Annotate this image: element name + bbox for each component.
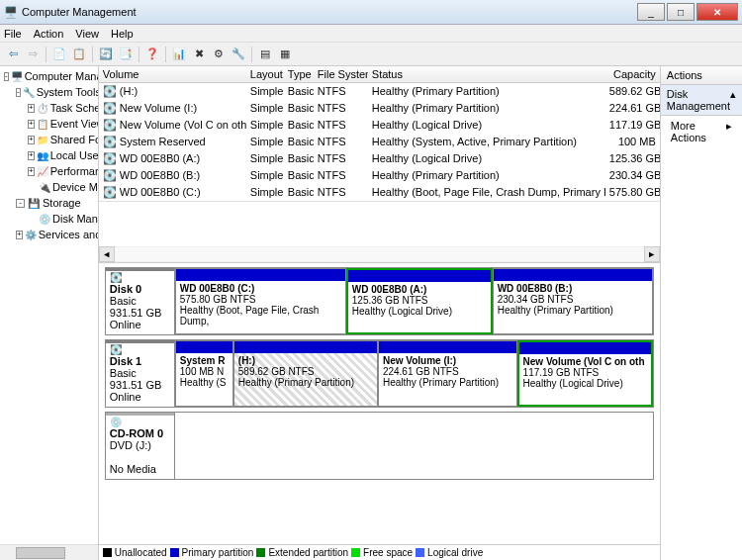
col-status[interactable]: Status [368, 66, 605, 82]
swatch-unallocated [103, 548, 112, 557]
table-row[interactable]: 💽 WD 00E8B0 (A:)SimpleBasicNTFSHealthy (… [99, 150, 660, 167]
menu-action[interactable]: Action [34, 28, 64, 40]
disk-0-info: 💽 Disk 0 Basic 931.51 GB Online [106, 268, 175, 334]
expand-icon[interactable]: + [28, 136, 35, 144]
actions-header: Actions [661, 66, 742, 85]
properties-button[interactable]: 📋 [70, 46, 88, 63]
tree-sharedfolders[interactable]: +📁Shared Folders [2, 132, 96, 147]
col-type[interactable]: Type [284, 66, 314, 82]
partition-b[interactable]: WD 00E8B0 (B:) 230.34 GB NTFS Healthy (P… [493, 268, 653, 334]
view-button[interactable]: 📊 [170, 46, 188, 63]
table-row[interactable]: 💽 WD 00E8B0 (B:)SimpleBasicNTFSHealthy (… [99, 167, 660, 184]
table-row[interactable]: 💽 New Volume (Vol C on other) (G:)Simple… [99, 117, 660, 134]
tree-eventviewer[interactable]: +📋Event Viewer [2, 116, 96, 132]
refresh-button[interactable]: 🔄 [97, 46, 115, 63]
expand-icon[interactable]: + [28, 120, 35, 129]
disk-icon: 💿 [39, 212, 50, 226]
table-hscroll[interactable]: ◄ ► [99, 246, 660, 262]
close-button[interactable]: ✕ [696, 3, 738, 21]
tree-devicemgr[interactable]: 🔌Device Manager [2, 179, 96, 195]
collapse-icon[interactable]: - [16, 199, 25, 208]
expand-icon[interactable]: + [28, 167, 35, 176]
table-row[interactable]: 💽 System ReservedSimpleBasicNTFSHealthy … [99, 134, 660, 150]
partition-g[interactable]: New Volume (Vol C on oth 117.19 GB NTFS … [517, 340, 653, 407]
partition-system-reserved[interactable]: System R 100 MB N Healthy (S [175, 340, 233, 407]
services-icon: ⚙️ [25, 228, 37, 241]
settings-button[interactable]: ⚙ [210, 46, 228, 63]
scroll-right-icon[interactable]: ► [644, 246, 660, 262]
export-button[interactable]: 📑 [117, 46, 135, 63]
tree-hscroll[interactable] [0, 544, 98, 560]
cdrom-info: 💿 CD-ROM 0 DVD (J:) No Media [106, 413, 175, 479]
tree-performance[interactable]: +📈Performance [2, 163, 96, 179]
tree-systools[interactable]: -🔧System Tools [2, 84, 96, 100]
window-title: Computer Management [22, 6, 635, 18]
col-capacity[interactable]: Capacity [605, 66, 660, 82]
tree-diskmgmt[interactable]: 💿Disk Management [2, 211, 96, 227]
actions-pane: Actions Disk Management ▴ More Actions ▸ [661, 66, 742, 560]
swatch-free [351, 548, 360, 557]
expand-icon[interactable]: + [28, 151, 35, 160]
swatch-extended [256, 548, 265, 557]
tool-button[interactable]: 🔧 [230, 46, 247, 63]
partition-i[interactable]: New Volume (I:) 224.61 GB NTFS Healthy (… [378, 340, 517, 407]
titlebar: 🖥️ Computer Management _ □ ✕ [0, 0, 742, 25]
col-volume[interactable]: Volume [99, 66, 246, 82]
table-row[interactable]: 💽 New Volume (I:)SimpleBasicNTFSHealthy … [99, 100, 660, 117]
perf-icon: 📈 [37, 164, 48, 178]
tree-storage[interactable]: -💾Storage [2, 195, 96, 211]
collapse-icon[interactable]: - [16, 88, 21, 97]
expand-icon[interactable]: + [16, 231, 23, 239]
tree-root[interactable]: -🖥️Computer Management [2, 68, 96, 84]
maximize-button[interactable]: □ [667, 3, 695, 21]
disk-0-row[interactable]: 💽 Disk 0 Basic 931.51 GB Online WD 00E8B… [105, 267, 654, 335]
menu-help[interactable]: Help [111, 28, 134, 40]
forward-button[interactable]: ⇨ [24, 46, 42, 63]
partition-a[interactable]: WD 00E8B0 (A:) 125.36 GB NTFS Healthy (L… [346, 268, 493, 334]
event-icon: 📋 [37, 117, 48, 131]
storage-icon: 💾 [27, 196, 41, 210]
disk-1-info: 💽 Disk 1 Basic 931.51 GB Online [106, 340, 175, 407]
folder-icon: 📁 [37, 133, 48, 146]
back-button[interactable]: ⇦ [4, 46, 22, 63]
list-button[interactable]: ▤ [256, 46, 274, 63]
minimize-button[interactable]: _ [637, 3, 665, 21]
tree-services[interactable]: +⚙️Services and Applicati [2, 227, 96, 242]
detail-button[interactable]: ▦ [276, 46, 294, 63]
menu-file[interactable]: File [4, 28, 22, 40]
delete-button[interactable]: ✖ [190, 46, 208, 63]
expand-icon[interactable]: + [28, 104, 35, 113]
actions-section[interactable]: Disk Management ▴ [661, 85, 742, 116]
tools-icon: 🔧 [23, 85, 35, 99]
chevron-right-icon: ▸ [726, 120, 732, 143]
disk-1-row[interactable]: 💽 Disk 1 Basic 931.51 GB Online System R… [105, 339, 654, 408]
table-row[interactable]: 💽 WD 00E8B0 (C:)SimpleBasicNTFSHealthy (… [99, 184, 660, 201]
toolbar: ⇦ ⇨ 📄 📋 🔄 📑 ❓ 📊 ✖ ⚙ 🔧 ▤ ▦ [0, 43, 742, 66]
collapse-icon[interactable]: - [4, 72, 9, 81]
cd-icon: 💿 [110, 417, 170, 427]
computer-icon: 🖥️ [11, 69, 23, 83]
tree-tasksched[interactable]: +⏱️Task Scheduler [2, 100, 96, 116]
col-fs[interactable]: File System [314, 66, 368, 82]
scroll-left-icon[interactable]: ◄ [99, 246, 115, 262]
table-row[interactable]: 💽 (H:)SimpleBasicNTFSHealthy (Primary Pa… [99, 83, 660, 100]
users-icon: 👥 [37, 148, 48, 162]
actions-more[interactable]: More Actions ▸ [661, 116, 742, 147]
disk-icon: 💽 [110, 272, 170, 283]
disk-icon: 💽 [110, 344, 170, 355]
up-button[interactable]: 📄 [50, 46, 68, 63]
help-button[interactable]: ❓ [143, 46, 161, 63]
volume-table: Volume Layout Type File System Status Ca… [99, 66, 660, 201]
table-header: Volume Layout Type File System Status Ca… [99, 66, 660, 83]
partition-h[interactable]: (H:) 589.62 GB NTFS Healthy (Primary Par… [233, 340, 378, 407]
tree-localusers[interactable]: +👥Local Users and Gro [2, 147, 96, 163]
swatch-logical [416, 548, 424, 557]
cdrom-row[interactable]: 💿 CD-ROM 0 DVD (J:) No Media [105, 412, 654, 480]
menu-view[interactable]: View [75, 28, 99, 40]
collapse-icon[interactable]: ▴ [730, 88, 736, 112]
scroll-thumb[interactable] [16, 547, 65, 559]
nav-tree: -🖥️Computer Management -🔧System Tools +⏱… [0, 66, 99, 560]
device-icon: 🔌 [39, 180, 50, 194]
partition-c[interactable]: WD 00E8B0 (C:) 575.80 GB NTFS Healthy (B… [175, 268, 346, 334]
col-layout[interactable]: Layout [246, 66, 284, 82]
